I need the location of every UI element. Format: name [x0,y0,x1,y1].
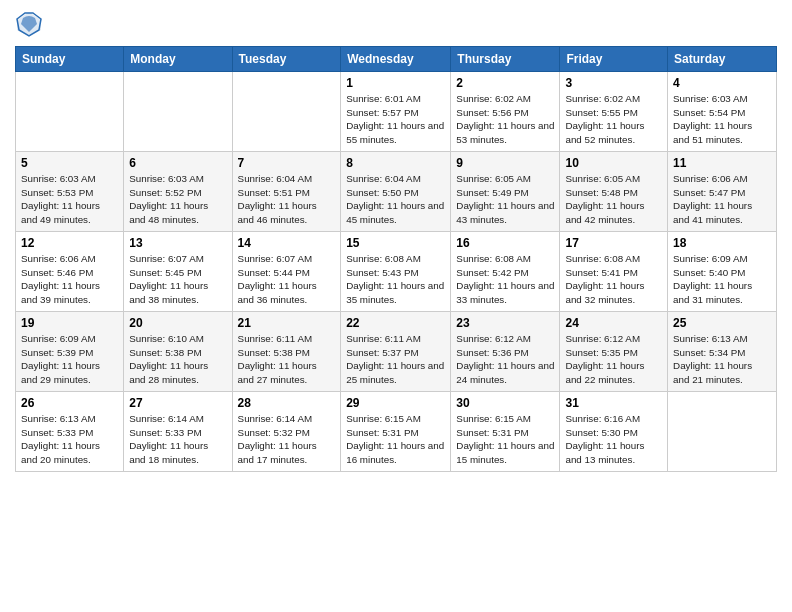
day-number: 2 [456,76,554,90]
day-info: Sunrise: 6:03 AMSunset: 5:54 PMDaylight:… [673,92,771,147]
calendar-cell: 18Sunrise: 6:09 AMSunset: 5:40 PMDayligh… [668,232,777,312]
calendar-week-row: 19Sunrise: 6:09 AMSunset: 5:39 PMDayligh… [16,312,777,392]
day-info: Sunrise: 6:15 AMSunset: 5:31 PMDaylight:… [346,412,445,467]
day-number: 3 [565,76,662,90]
day-info: Sunrise: 6:15 AMSunset: 5:31 PMDaylight:… [456,412,554,467]
calendar-cell: 6Sunrise: 6:03 AMSunset: 5:52 PMDaylight… [124,152,232,232]
day-number: 20 [129,316,226,330]
logo [15,10,47,38]
calendar-cell: 11Sunrise: 6:06 AMSunset: 5:47 PMDayligh… [668,152,777,232]
calendar-cell: 7Sunrise: 6:04 AMSunset: 5:51 PMDaylight… [232,152,341,232]
calendar-week-row: 5Sunrise: 6:03 AMSunset: 5:53 PMDaylight… [16,152,777,232]
day-info: Sunrise: 6:03 AMSunset: 5:52 PMDaylight:… [129,172,226,227]
calendar-cell: 25Sunrise: 6:13 AMSunset: 5:34 PMDayligh… [668,312,777,392]
day-info: Sunrise: 6:04 AMSunset: 5:51 PMDaylight:… [238,172,336,227]
calendar-body: 1Sunrise: 6:01 AMSunset: 5:57 PMDaylight… [16,72,777,472]
weekday-header: Tuesday [232,47,341,72]
day-number: 23 [456,316,554,330]
calendar-cell: 31Sunrise: 6:16 AMSunset: 5:30 PMDayligh… [560,392,668,472]
day-number: 25 [673,316,771,330]
calendar-cell: 29Sunrise: 6:15 AMSunset: 5:31 PMDayligh… [341,392,451,472]
day-info: Sunrise: 6:09 AMSunset: 5:40 PMDaylight:… [673,252,771,307]
day-info: Sunrise: 6:06 AMSunset: 5:47 PMDaylight:… [673,172,771,227]
calendar-header: SundayMondayTuesdayWednesdayThursdayFrid… [16,47,777,72]
day-number: 19 [21,316,118,330]
day-info: Sunrise: 6:14 AMSunset: 5:33 PMDaylight:… [129,412,226,467]
calendar-cell: 20Sunrise: 6:10 AMSunset: 5:38 PMDayligh… [124,312,232,392]
day-number: 17 [565,236,662,250]
day-info: Sunrise: 6:08 AMSunset: 5:43 PMDaylight:… [346,252,445,307]
day-info: Sunrise: 6:02 AMSunset: 5:56 PMDaylight:… [456,92,554,147]
calendar-cell [16,72,124,152]
calendar-cell: 23Sunrise: 6:12 AMSunset: 5:36 PMDayligh… [451,312,560,392]
calendar-cell: 27Sunrise: 6:14 AMSunset: 5:33 PMDayligh… [124,392,232,472]
calendar-cell: 4Sunrise: 6:03 AMSunset: 5:54 PMDaylight… [668,72,777,152]
day-info: Sunrise: 6:05 AMSunset: 5:49 PMDaylight:… [456,172,554,227]
calendar-cell: 8Sunrise: 6:04 AMSunset: 5:50 PMDaylight… [341,152,451,232]
day-info: Sunrise: 6:11 AMSunset: 5:37 PMDaylight:… [346,332,445,387]
day-info: Sunrise: 6:07 AMSunset: 5:44 PMDaylight:… [238,252,336,307]
calendar-cell: 3Sunrise: 6:02 AMSunset: 5:55 PMDaylight… [560,72,668,152]
day-info: Sunrise: 6:03 AMSunset: 5:53 PMDaylight:… [21,172,118,227]
calendar-cell: 12Sunrise: 6:06 AMSunset: 5:46 PMDayligh… [16,232,124,312]
day-number: 13 [129,236,226,250]
calendar-week-row: 12Sunrise: 6:06 AMSunset: 5:46 PMDayligh… [16,232,777,312]
day-number: 28 [238,396,336,410]
calendar-week-row: 1Sunrise: 6:01 AMSunset: 5:57 PMDaylight… [16,72,777,152]
day-info: Sunrise: 6:09 AMSunset: 5:39 PMDaylight:… [21,332,118,387]
weekday-header: Friday [560,47,668,72]
day-info: Sunrise: 6:13 AMSunset: 5:34 PMDaylight:… [673,332,771,387]
weekday-row: SundayMondayTuesdayWednesdayThursdayFrid… [16,47,777,72]
calendar-cell: 15Sunrise: 6:08 AMSunset: 5:43 PMDayligh… [341,232,451,312]
day-number: 7 [238,156,336,170]
day-info: Sunrise: 6:13 AMSunset: 5:33 PMDaylight:… [21,412,118,467]
day-number: 31 [565,396,662,410]
calendar-cell: 1Sunrise: 6:01 AMSunset: 5:57 PMDaylight… [341,72,451,152]
day-info: Sunrise: 6:16 AMSunset: 5:30 PMDaylight:… [565,412,662,467]
header [15,10,777,38]
calendar-cell: 10Sunrise: 6:05 AMSunset: 5:48 PMDayligh… [560,152,668,232]
day-number: 11 [673,156,771,170]
weekday-header: Thursday [451,47,560,72]
calendar-cell: 9Sunrise: 6:05 AMSunset: 5:49 PMDaylight… [451,152,560,232]
weekday-header: Sunday [16,47,124,72]
day-info: Sunrise: 6:12 AMSunset: 5:36 PMDaylight:… [456,332,554,387]
weekday-header: Monday [124,47,232,72]
day-number: 1 [346,76,445,90]
day-info: Sunrise: 6:08 AMSunset: 5:42 PMDaylight:… [456,252,554,307]
logo-icon [15,10,43,38]
day-info: Sunrise: 6:02 AMSunset: 5:55 PMDaylight:… [565,92,662,147]
calendar-cell: 26Sunrise: 6:13 AMSunset: 5:33 PMDayligh… [16,392,124,472]
calendar-cell: 14Sunrise: 6:07 AMSunset: 5:44 PMDayligh… [232,232,341,312]
calendar-cell: 28Sunrise: 6:14 AMSunset: 5:32 PMDayligh… [232,392,341,472]
day-number: 9 [456,156,554,170]
calendar-cell: 22Sunrise: 6:11 AMSunset: 5:37 PMDayligh… [341,312,451,392]
day-number: 12 [21,236,118,250]
day-number: 16 [456,236,554,250]
weekday-header: Wednesday [341,47,451,72]
calendar-cell: 5Sunrise: 6:03 AMSunset: 5:53 PMDaylight… [16,152,124,232]
day-info: Sunrise: 6:01 AMSunset: 5:57 PMDaylight:… [346,92,445,147]
weekday-header: Saturday [668,47,777,72]
day-info: Sunrise: 6:07 AMSunset: 5:45 PMDaylight:… [129,252,226,307]
calendar-cell: 17Sunrise: 6:08 AMSunset: 5:41 PMDayligh… [560,232,668,312]
day-number: 14 [238,236,336,250]
calendar-cell: 21Sunrise: 6:11 AMSunset: 5:38 PMDayligh… [232,312,341,392]
calendar-cell: 24Sunrise: 6:12 AMSunset: 5:35 PMDayligh… [560,312,668,392]
day-info: Sunrise: 6:04 AMSunset: 5:50 PMDaylight:… [346,172,445,227]
day-number: 18 [673,236,771,250]
calendar-cell [124,72,232,152]
calendar-cell: 16Sunrise: 6:08 AMSunset: 5:42 PMDayligh… [451,232,560,312]
calendar-cell: 13Sunrise: 6:07 AMSunset: 5:45 PMDayligh… [124,232,232,312]
day-info: Sunrise: 6:10 AMSunset: 5:38 PMDaylight:… [129,332,226,387]
day-info: Sunrise: 6:12 AMSunset: 5:35 PMDaylight:… [565,332,662,387]
day-number: 29 [346,396,445,410]
calendar-cell [668,392,777,472]
day-info: Sunrise: 6:05 AMSunset: 5:48 PMDaylight:… [565,172,662,227]
day-number: 22 [346,316,445,330]
day-number: 21 [238,316,336,330]
day-number: 5 [21,156,118,170]
calendar: SundayMondayTuesdayWednesdayThursdayFrid… [15,46,777,472]
day-info: Sunrise: 6:08 AMSunset: 5:41 PMDaylight:… [565,252,662,307]
day-number: 26 [21,396,118,410]
